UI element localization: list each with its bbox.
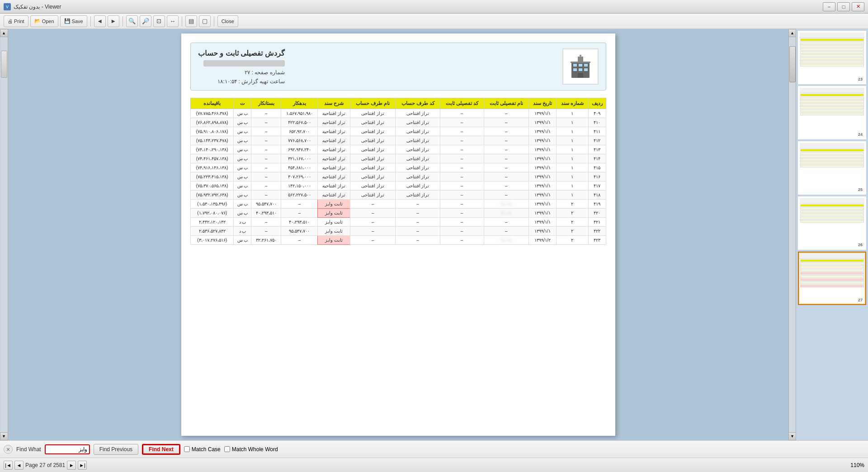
table-cell: –	[484, 163, 528, 172]
col-header-t: ت	[234, 98, 251, 109]
table-cell: ۴۱۰	[588, 118, 606, 127]
match-whole-word-option[interactable]: Match Whole Word	[224, 446, 278, 453]
table-cell: ب س	[234, 127, 251, 136]
match-case-checkbox[interactable]	[184, 446, 190, 452]
col-header-credit: بستانکار	[251, 98, 281, 109]
table-cell: تراز افتتاحی	[350, 127, 396, 136]
table-cell: –	[251, 218, 281, 227]
status-bar: |◄ ◄ Page 27 of 2581 ► ►| 110%	[0, 458, 868, 472]
table-cell: ب س	[234, 200, 251, 209]
table-cell: ۹۵،۵۴۷،۷۰۰	[251, 200, 281, 209]
thumbnail-23[interactable]: 23	[798, 31, 866, 84]
svg-rect-5	[579, 68, 582, 71]
table-cell: ب س	[234, 154, 251, 163]
table-cell: –	[396, 218, 440, 227]
table-cell: ثابت وایز	[318, 218, 350, 227]
table-cell: ۱۳۹۹/۱/۱	[528, 218, 556, 227]
single-page-btn[interactable]: ▢	[199, 15, 211, 27]
find-close-btn[interactable]: ×	[4, 445, 13, 454]
prev-page-btn[interactable]: ◄	[14, 461, 24, 470]
table-cell: –	[440, 236, 484, 245]
thumbnail-27[interactable]: 27	[798, 252, 866, 305]
svg-rect-6	[584, 68, 588, 71]
table-cell: –	[484, 154, 528, 163]
col-header-desc: شرح سند	[318, 98, 350, 109]
nav-fwd-btn[interactable]: ►	[108, 15, 119, 27]
report-subtitle	[203, 60, 285, 67]
table-cell: ب د	[234, 227, 251, 236]
table-row: ۴۰۹۱۱۳۹۹/۱/۱––تراز افتتاحیتراز افتتاحیتر…	[191, 109, 606, 118]
find-input[interactable]	[45, 444, 90, 454]
maximize-btn[interactable]: □	[837, 2, 850, 11]
fit-width-btn[interactable]: ↔	[167, 15, 179, 27]
table-cell: –	[396, 200, 440, 209]
report-title: گردش تفصیلی ثابت و حساب	[198, 49, 285, 57]
find-next-btn[interactable]: Find Next	[142, 444, 180, 455]
match-whole-word-label: Match Whole Word	[232, 446, 278, 453]
vscroll-up-btn[interactable]: ▲	[788, 29, 797, 37]
svg-rect-4	[573, 68, 577, 71]
table-cell: ب س	[234, 136, 251, 145]
table-cell: ۴۰،۲۹۳،۵۱۰	[281, 218, 318, 227]
table-cell: ۱۳۹۹/۱/۱	[528, 118, 556, 127]
table-cell: (۷۴،۹۱۶،۱۴۶،۱۳۸)	[191, 163, 234, 172]
print-button[interactable]: 🖨 Print	[4, 15, 28, 27]
table-cell: ۱۳۹۹/۱/۱	[528, 172, 556, 181]
table-cell: تراز افتتاحی	[396, 172, 440, 181]
table-cell: ۱۳۹۹/۱/۱	[528, 109, 556, 118]
table-cell: ب س	[234, 118, 251, 127]
next-page-btn[interactable]: ►	[67, 461, 76, 470]
scroll-thumb[interactable]	[1, 51, 7, 78]
close-doc-button[interactable]: Close	[217, 15, 238, 27]
minimize-btn[interactable]: −	[823, 2, 835, 11]
table-cell: ۱	[556, 109, 588, 118]
thumbnail-26[interactable]: 26	[798, 196, 866, 250]
match-whole-word-checkbox[interactable]	[224, 446, 230, 452]
table-cell: تراز افتتاحی	[350, 181, 396, 191]
vscroll-thumb[interactable]	[789, 46, 796, 82]
table-cell: ۲	[556, 218, 588, 227]
find-previous-btn[interactable]: Find Previous	[94, 444, 138, 455]
table-cell: (۳،۰۱۷،۲۷۶،۵۱۶)	[191, 236, 234, 245]
document-page: گردش تفصیلی ثابت و حساب شماره صفحه : ۲۷ …	[181, 33, 615, 436]
open-button[interactable]: 📂 Open	[30, 15, 58, 27]
vscroll-down-btn[interactable]: ▼	[788, 432, 797, 440]
thumbnail-25[interactable]: 25	[798, 141, 866, 195]
table-row: ۴۱۹۲۱۳۹۹/۱/۱۱۰-۰۱–––ثابت وایز–۹۵،۵۴۷،۷۰۰…	[191, 200, 606, 209]
table-cell: –	[440, 154, 484, 163]
table-row: ۴۲۲۲۱۳۹۹/۱/۱––––ثابت وایز۹۵،۵۴۷،۷۰۰–ب د۲…	[191, 227, 606, 236]
table-row: ۴۱۷۱۱۳۹۹/۱/۱––تراز افتتاحیتراز افتتاحیتر…	[191, 181, 606, 191]
table-cell: تراز افتتاحی	[396, 191, 440, 200]
table-cell: –	[484, 127, 528, 136]
scroll-up-btn[interactable]: ▲	[0, 29, 8, 37]
nav-back-btn[interactable]: ◄	[94, 15, 106, 27]
left-nav: ▲ ▼	[0, 29, 8, 440]
table-cell: ۶۹۲،۹۴۷،۲۴۰	[281, 145, 318, 154]
table-row: ۴۱۰۱۱۳۹۹/۱/۱––تراز افتتاحیتراز افتتاحیتر…	[191, 118, 606, 127]
last-page-btn[interactable]: ►|	[78, 461, 87, 470]
table-cell: ۲	[556, 209, 588, 218]
first-page-btn[interactable]: |◄	[4, 461, 13, 470]
zoom-area: 110%	[850, 462, 864, 468]
save-button[interactable]: 💾 Save	[60, 15, 87, 27]
table-cell: ۱۳۹۹/۱/۱	[528, 163, 556, 172]
table-cell: تراز افتتاحی	[350, 191, 396, 200]
match-case-option[interactable]: Match Case	[184, 446, 221, 453]
view-mode-btn[interactable]: ▤	[185, 15, 197, 27]
svg-rect-3	[584, 64, 588, 67]
table-cell: –	[484, 109, 528, 118]
table-cell: تراز افتتاحی	[396, 154, 440, 163]
table-cell: –	[440, 227, 484, 236]
scroll-down-btn[interactable]: ▼	[0, 432, 8, 440]
zoom-in-btn[interactable]: 🔍	[126, 15, 138, 27]
table-cell: تراز افتتاحیه	[318, 136, 350, 145]
table-cell: –	[281, 200, 318, 209]
table-cell: ثابت وایز	[318, 227, 350, 236]
thumbnail-24[interactable]: 24	[798, 86, 866, 139]
table-cell: –	[251, 118, 281, 127]
zoom-out-btn[interactable]: 🔎	[140, 15, 151, 27]
table-cell: ۱۳۹۹/۱/۱	[528, 154, 556, 163]
close-btn[interactable]: ✕	[852, 2, 864, 11]
fit-page-btn[interactable]: ⊡	[153, 15, 165, 27]
table-cell: ۳۰۷،۲۶۹،۰۰۰	[281, 172, 318, 181]
